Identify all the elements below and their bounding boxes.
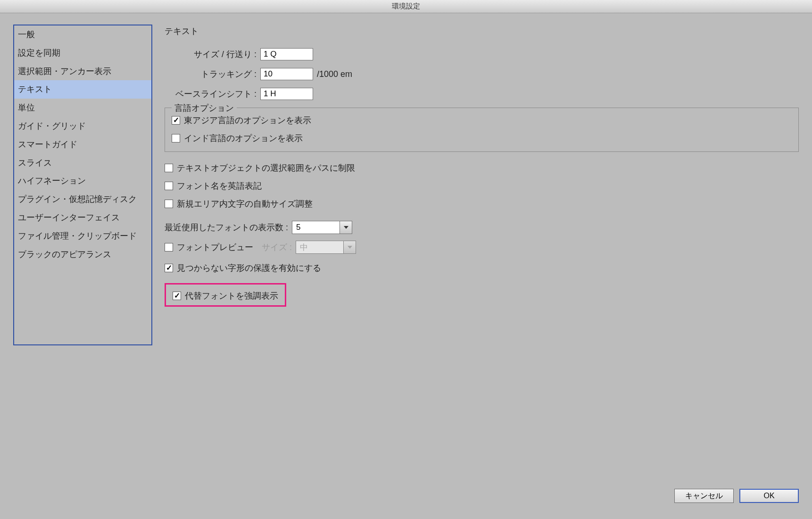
language-options-fieldset: 言語オプション 東アジア言語のオプションを表示 インド言語のオプションを表示 xyxy=(165,108,799,152)
sidebar-item-text[interactable]: テキスト xyxy=(14,80,151,99)
font-preview-label: フォントプレビュー xyxy=(177,242,253,253)
font-preview-size-combo xyxy=(296,241,356,254)
sidebar-item-slices[interactable]: スライス xyxy=(14,154,151,172)
missing-glyph-label: 見つからない字形の保護を有効にする xyxy=(177,262,321,274)
sidebar-item-user-interface[interactable]: ユーザーインターフェイス xyxy=(14,209,151,227)
english-font-names-row: フォント名を英語表記 xyxy=(165,180,799,192)
font-preview-size-label: サイズ : xyxy=(262,242,292,253)
limit-path-label: テキストオブジェクトの選択範囲をパスに制限 xyxy=(177,162,355,174)
highlight-substitute-checkbox[interactable] xyxy=(173,292,181,300)
sidebar-item-units[interactable]: 単位 xyxy=(14,99,151,117)
english-font-names-checkbox[interactable] xyxy=(165,182,173,190)
size-leading-input[interactable] xyxy=(260,48,313,60)
recent-fonts-input[interactable] xyxy=(292,221,340,234)
dialog-buttons: キャンセル OK xyxy=(674,489,799,503)
language-options-legend: 言語オプション xyxy=(172,102,237,114)
east-asian-checkbox[interactable] xyxy=(172,116,180,125)
east-asian-label: 東アジア言語のオプションを表示 xyxy=(184,115,311,126)
sidebar-item-file-clipboard[interactable]: ファイル管理・クリップボード xyxy=(14,227,151,245)
baseline-shift-row: ベースラインシフト : xyxy=(165,88,799,100)
sidebar-item-hyphenation[interactable]: ハイフネーション xyxy=(14,172,151,190)
section-title: テキスト xyxy=(165,25,799,37)
highlight-substitute-annotation: 代替フォントを強調表示 xyxy=(165,283,286,307)
preferences-window: 環境設定 一般 設定を同期 選択範囲・アンカー表示 テキスト 単位 ガイド・グリ… xyxy=(0,0,812,519)
size-leading-row: サイズ / 行送り : xyxy=(165,48,799,60)
recent-fonts-label: 最近使用したフォントの表示数 : xyxy=(165,222,288,233)
size-leading-label: サイズ / 行送り : xyxy=(165,49,257,60)
highlight-substitute-row: 代替フォントを強調表示 xyxy=(173,290,278,301)
category-sidebar: 一般 設定を同期 選択範囲・アンカー表示 テキスト 単位 ガイド・グリッド スマ… xyxy=(13,25,152,345)
tracking-input[interactable] xyxy=(260,68,313,80)
window-titlebar: 環境設定 xyxy=(0,0,812,13)
sidebar-item-selection-anchor[interactable]: 選択範囲・アンカー表示 xyxy=(14,62,151,81)
auto-size-row: 新規エリア内文字の自動サイズ調整 xyxy=(165,198,799,209)
limit-path-checkbox[interactable] xyxy=(165,164,173,172)
highlight-substitute-label: 代替フォントを強調表示 xyxy=(185,290,278,301)
baseline-shift-label: ベースラインシフト : xyxy=(165,88,257,100)
english-font-names-label: フォント名を英語表記 xyxy=(177,180,262,192)
sidebar-item-plugins-scratch[interactable]: プラグイン・仮想記憶ディスク xyxy=(14,190,151,209)
content-area: 一般 設定を同期 選択範囲・アンカー表示 テキスト 単位 ガイド・グリッド スマ… xyxy=(0,13,812,519)
auto-size-checkbox[interactable] xyxy=(165,200,173,208)
recent-fonts-row: 最近使用したフォントの表示数 : xyxy=(165,221,799,234)
ok-button[interactable]: OK xyxy=(739,489,799,503)
sidebar-item-guides-grid[interactable]: ガイド・グリッド xyxy=(14,117,151,135)
main-panel: テキスト サイズ / 行送り : トラッキング : /1000 em ベースライ… xyxy=(165,25,799,508)
sidebar-item-general[interactable]: 一般 xyxy=(14,25,151,44)
indic-label: インド言語のオプションを表示 xyxy=(184,133,303,144)
tracking-unit: /1000 em xyxy=(317,69,352,79)
east-asian-row: 東アジア言語のオプションを表示 xyxy=(172,115,792,126)
window-title: 環境設定 xyxy=(392,2,420,11)
sidebar-item-sync-settings[interactable]: 設定を同期 xyxy=(14,44,151,62)
font-preview-size-input xyxy=(296,241,343,253)
indic-checkbox[interactable] xyxy=(172,134,180,142)
auto-size-label: 新規エリア内文字の自動サイズ調整 xyxy=(177,198,313,209)
font-preview-checkbox[interactable] xyxy=(165,243,173,251)
baseline-shift-input[interactable] xyxy=(260,88,313,100)
missing-glyph-row: 見つからない字形の保護を有効にする xyxy=(165,262,799,274)
recent-fonts-dropdown-button[interactable] xyxy=(340,221,352,234)
indic-row: インド言語のオプションを表示 xyxy=(172,133,792,144)
tracking-label: トラッキング : xyxy=(165,68,257,80)
sidebar-item-smart-guides[interactable]: スマートガイド xyxy=(14,135,151,154)
sidebar-item-black-appearance[interactable]: ブラックのアピアランス xyxy=(14,245,151,264)
missing-glyph-checkbox[interactable] xyxy=(165,264,173,272)
font-preview-row: フォントプレビュー サイズ : xyxy=(165,241,799,254)
recent-fonts-combo[interactable] xyxy=(292,221,352,234)
cancel-button[interactable]: キャンセル xyxy=(674,489,734,503)
limit-path-row: テキストオブジェクトの選択範囲をパスに制限 xyxy=(165,162,799,174)
font-preview-size-dropdown-button xyxy=(343,241,356,253)
tracking-row: トラッキング : /1000 em xyxy=(165,68,799,80)
